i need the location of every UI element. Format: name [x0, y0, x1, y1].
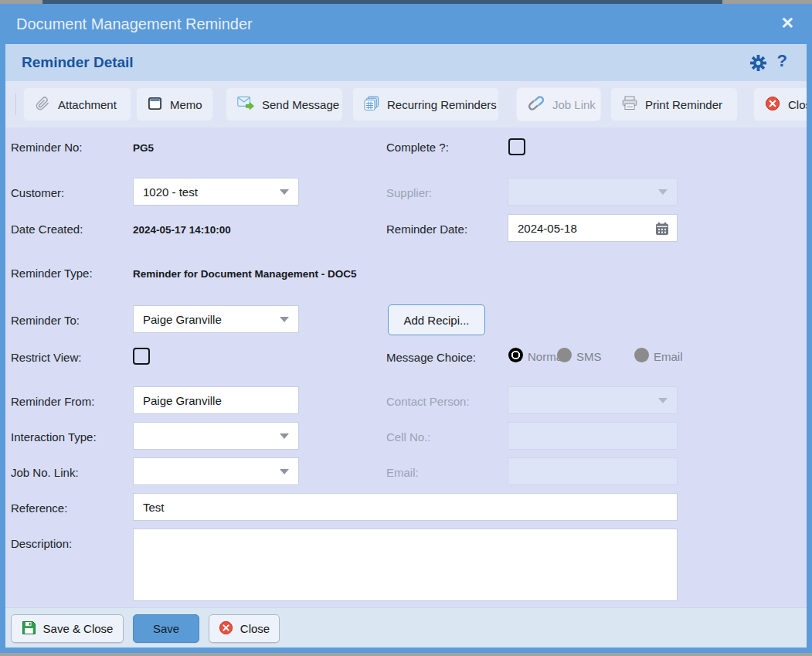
reminder-to-label: Reminder To:	[11, 314, 80, 327]
radio-email-label: Email	[654, 350, 683, 363]
panel-title: Reminder Detail	[22, 44, 134, 81]
reminder-date-value: 2024-05-18	[518, 222, 577, 235]
close-red-icon	[765, 96, 780, 114]
print-reminder-button[interactable]: Print Reminder	[610, 87, 738, 121]
reminder-to-dropdown[interactable]: Paige Granville	[133, 305, 299, 333]
job-link-button[interactable]: Job Link	[516, 87, 601, 121]
toolbar-close-label: Close	[788, 98, 807, 111]
save-button[interactable]: Save	[133, 614, 199, 643]
interaction-type-label: Interaction Type:	[11, 430, 97, 444]
description-textarea[interactable]	[133, 529, 678, 601]
save-and-close-label: Save & Close	[43, 622, 114, 635]
help-icon[interactable]: ?	[777, 51, 787, 71]
date-created-label: Date Created:	[11, 223, 83, 236]
job-no-link-label: Job No. Link:	[11, 466, 79, 479]
email-label: Email:	[386, 466, 419, 479]
close-button[interactable]: Close	[209, 614, 280, 643]
message-choice-label: Message Choice:	[386, 351, 476, 364]
contact-person-dropdown	[508, 386, 678, 414]
printer-icon	[622, 96, 637, 113]
reminder-no-label: Reminder No:	[11, 141, 83, 154]
restrict-view-checkbox[interactable]	[133, 348, 150, 365]
add-recipient-label: Add Recipi...	[403, 314, 469, 327]
job-link-label: Job Link	[552, 98, 596, 111]
dialog-title: Document Management Reminder	[16, 4, 253, 44]
cell-no-input	[508, 422, 678, 450]
memo-label: Memo	[170, 98, 202, 111]
description-label: Description:	[11, 537, 72, 550]
dialog-close-icon[interactable]: ✕	[780, 14, 794, 32]
interaction-type-dropdown[interactable]	[133, 422, 299, 450]
toolbar-divider	[15, 93, 16, 115]
radio-sms	[557, 348, 572, 362]
backdrop-bottom-strip	[0, 653, 812, 656]
link-icon	[528, 96, 545, 113]
reminder-form: Reminder No: PG5 Complete ?: Customer: 1…	[5, 127, 807, 607]
recurring-reminders-button[interactable]: Recurring Reminders	[352, 87, 499, 121]
date-created-value: 2024-05-17 14:10:00	[133, 224, 231, 236]
email-input	[508, 457, 678, 485]
reminder-date-input[interactable]: 2024-05-18	[508, 214, 678, 242]
save-and-close-button[interactable]: Save & Close	[11, 614, 124, 643]
attachment-button[interactable]: Attachment	[23, 87, 131, 121]
toolbar-close-button[interactable]: Close	[753, 87, 807, 121]
add-recipient-button[interactable]: Add Recipi...	[388, 304, 485, 335]
radio-sms-label: SMS	[576, 350, 602, 363]
reminder-type-value: Reminder for Document Management - DOC5	[133, 268, 357, 280]
send-message-label: Send Message	[262, 98, 339, 111]
toolbar: Attachment Memo Send Message Recurring R…	[5, 81, 807, 127]
print-reminder-label: Print Reminder	[645, 98, 722, 111]
chevron-down-icon	[280, 317, 289, 322]
chevron-down-icon	[280, 189, 289, 195]
save-label: Save	[153, 622, 179, 635]
reminder-from-input[interactable]	[133, 386, 299, 414]
complete-label: Complete ?:	[386, 141, 449, 154]
paperclip-icon	[35, 96, 50, 114]
restrict-view-label: Restrict View:	[11, 351, 81, 364]
settings-gear-icon[interactable]	[750, 55, 766, 74]
dialog-titlebar: Document Management Reminder ✕	[5, 4, 807, 44]
reminder-date-label: Reminder Date:	[386, 223, 467, 236]
radio-normal[interactable]	[508, 348, 523, 362]
supplier-dropdown	[508, 178, 678, 206]
close-button-label: Close	[240, 622, 270, 635]
complete-checkbox[interactable]	[508, 138, 525, 155]
document-management-reminder-dialog: Document Management Reminder ✕ Reminder …	[0, 4, 812, 653]
send-message-button[interactable]: Send Message	[226, 87, 343, 121]
send-message-icon	[237, 96, 254, 113]
save-floppy-icon	[22, 620, 36, 637]
chevron-down-icon	[280, 433, 289, 439]
radio-email	[634, 348, 649, 362]
footer-bar: Save & Close Save Close	[5, 607, 807, 648]
panel-header: Reminder Detail ?	[5, 44, 807, 81]
chevron-down-icon	[658, 398, 668, 403]
reminder-to-value: Paige Granville	[143, 313, 222, 326]
cell-no-label: Cell No.:	[386, 430, 431, 444]
reminder-no-value: PG5	[133, 142, 154, 154]
customer-dropdown[interactable]: 1020 - test	[133, 178, 299, 206]
reminder-type-label: Reminder Type:	[11, 267, 93, 280]
memo-icon	[148, 96, 162, 113]
recurring-reminders-icon	[364, 96, 379, 114]
chevron-down-icon	[280, 469, 289, 474]
customer-value: 1020 - test	[143, 185, 198, 199]
contact-person-label: Contact Person:	[386, 395, 470, 408]
reference-label: Reference:	[11, 501, 67, 515]
close-red-icon	[219, 620, 233, 637]
attachment-label: Attachment	[58, 98, 117, 111]
recurring-reminders-label: Recurring Reminders	[387, 98, 497, 111]
calendar-icon[interactable]	[655, 222, 669, 238]
reminder-from-label: Reminder From:	[11, 395, 94, 408]
supplier-label: Supplier:	[386, 186, 432, 199]
job-no-link-dropdown[interactable]	[133, 457, 299, 485]
memo-button[interactable]: Memo	[136, 87, 213, 121]
chevron-down-icon	[658, 189, 668, 195]
reference-input[interactable]	[133, 493, 678, 521]
customer-label: Customer:	[11, 186, 64, 199]
